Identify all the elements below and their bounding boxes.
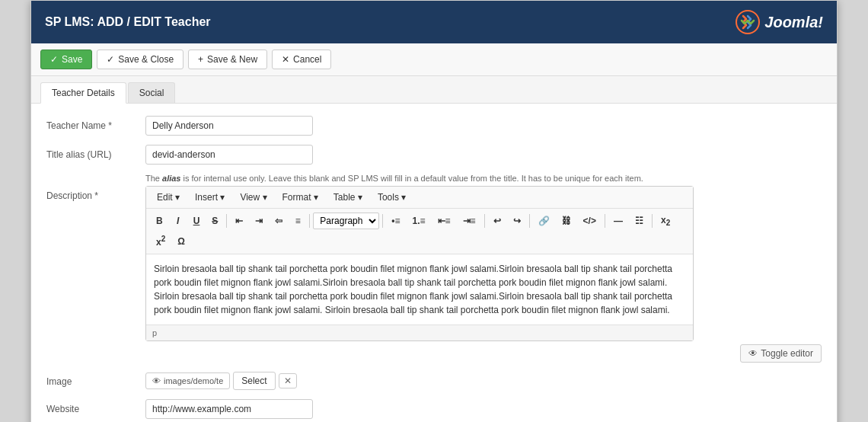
code-button[interactable]: </> — [578, 213, 602, 229]
editor-menu-view[interactable]: View ▾ — [234, 190, 273, 205]
bold-button[interactable]: B — [151, 213, 168, 229]
title-alias-input[interactable] — [145, 145, 313, 165]
unordered-list-button[interactable]: •≡ — [386, 213, 405, 229]
joomla-icon — [736, 10, 760, 34]
table-button[interactable]: ☷ — [630, 213, 649, 229]
editor-container: Edit ▾ Insert ▾ View ▾ Format ▾ Table ▾ … — [145, 186, 694, 341]
toolbar: ✓ Save ✓ Save & Close + Save & New ✕ Can… — [31, 43, 837, 76]
image-select-button[interactable]: Select — [233, 372, 275, 390]
editor-text: Sirloin bresaola ball tip shank tail por… — [154, 264, 672, 315]
toggle-editor-label: Toggle editor — [761, 348, 813, 359]
toolbar-divider-4 — [484, 214, 485, 228]
link-button[interactable]: 🔗 — [533, 213, 555, 229]
toolbar-divider-6 — [605, 214, 605, 228]
subscript-button[interactable]: x2 — [656, 212, 675, 230]
outdent-button[interactable]: ⇤≡ — [432, 213, 456, 229]
title-alias-row: Title alias (URL) — [46, 145, 822, 165]
clear-icon: ✕ — [284, 376, 292, 386]
teacher-name-input[interactable] — [145, 116, 313, 136]
tab-teacher-details[interactable]: Teacher Details — [40, 82, 126, 104]
underline-button[interactable]: U — [188, 213, 206, 229]
website-row: Website — [46, 399, 822, 419]
superscript-button[interactable]: x2 — [151, 232, 171, 251]
editor-content[interactable]: Sirloin bresaola ball tip shank tail por… — [146, 254, 693, 324]
save-new-icon: + — [198, 54, 203, 65]
tab-teacher-details-label: Teacher Details — [52, 88, 115, 98]
editor-menubar: Edit ▾ Insert ▾ View ▾ Format ▾ Table ▾ … — [146, 187, 693, 209]
italic-button[interactable]: I — [170, 213, 187, 229]
joomla-brand-text: Joomla! — [764, 14, 823, 31]
editor-tag: p — [152, 328, 157, 337]
description-row: Description * Edit ▾ Insert ▾ View ▾ For… — [46, 186, 822, 363]
image-label: Image — [46, 372, 145, 387]
toolbar-divider-7 — [652, 214, 653, 228]
editor-footer: p — [146, 324, 693, 340]
save-close-icon: ✓ — [107, 54, 114, 65]
toolbar-divider-1 — [226, 214, 227, 228]
align-left-button[interactable]: ⇤ — [230, 213, 248, 229]
toolbar-divider-3 — [382, 214, 383, 228]
save-icon: ✓ — [50, 54, 58, 65]
main-window: SP LMS: ADD / EDIT Teacher Joomla! ✓ Sav… — [30, 0, 838, 422]
joomla-logo: Joomla! — [736, 10, 823, 34]
image-preview: 👁 images/demo/te — [145, 372, 230, 389]
cancel-label: Cancel — [293, 54, 321, 65]
align-right-button[interactable]: ⇦ — [270, 213, 288, 229]
save-new-label: Save & New — [207, 54, 257, 65]
redo-button[interactable]: ↪ — [508, 213, 526, 229]
eye-icon: 👁 — [748, 348, 758, 359]
alias-hint: The alias is for internal use only. Leav… — [145, 174, 822, 183]
tab-social-label: Social — [139, 88, 164, 98]
align-center-button[interactable]: ⇥ — [250, 213, 268, 229]
website-input[interactable] — [145, 399, 313, 419]
image-select-label: Select — [241, 376, 266, 386]
editor-toolbar: B I U S ⇤ ⇥ ⇦ ≡ Paragraph — [146, 209, 693, 254]
undo-button[interactable]: ↩ — [488, 213, 506, 229]
eye-small-icon: 👁 — [152, 376, 161, 385]
save-new-button[interactable]: + Save & New — [188, 50, 267, 69]
justify-button[interactable]: ≡ — [289, 213, 306, 229]
teacher-name-row: Teacher Name * — [46, 116, 822, 136]
save-close-label: Save & Close — [118, 54, 174, 65]
indent-button[interactable]: ⇥≡ — [458, 213, 481, 229]
toolbar-divider-5 — [529, 214, 530, 228]
special-char-button[interactable]: Ω — [172, 233, 190, 250]
image-controls: 👁 images/demo/te Select ✕ — [145, 372, 297, 390]
cancel-button[interactable]: ✕ Cancel — [272, 50, 331, 69]
cancel-icon: ✕ — [282, 54, 289, 65]
image-path: images/demo/te — [164, 376, 223, 385]
form-body: Teacher Name * Title alias (URL) The ali… — [31, 104, 837, 422]
strikethrough-button[interactable]: S — [206, 213, 223, 229]
editor-menu-format[interactable]: Format ▾ — [276, 190, 324, 205]
image-clear-button[interactable]: ✕ — [279, 373, 297, 388]
save-button[interactable]: ✓ Save — [40, 50, 92, 69]
window-title: SP LMS: ADD / EDIT Teacher — [45, 15, 211, 29]
save-label: Save — [62, 54, 82, 65]
image-row: Image 👁 images/demo/te Select ✕ — [46, 372, 822, 390]
teacher-name-label: Teacher Name * — [46, 116, 145, 131]
tab-social[interactable]: Social — [128, 82, 176, 103]
tab-bar: Teacher Details Social — [31, 76, 837, 104]
hr-button[interactable]: — — [608, 213, 628, 229]
save-close-button[interactable]: ✓ Save & Close — [97, 50, 183, 69]
title-alias-label: Title alias (URL) — [46, 145, 145, 160]
unlink-button[interactable]: ⛓ — [557, 213, 576, 229]
ordered-list-button[interactable]: 1.≡ — [407, 213, 431, 229]
paragraph-select[interactable]: Paragraph — [313, 213, 379, 229]
editor-menu-edit[interactable]: Edit ▾ — [151, 190, 186, 205]
website-label: Website — [46, 399, 145, 414]
description-wrapper: Edit ▾ Insert ▾ View ▾ Format ▾ Table ▾ … — [145, 186, 822, 363]
editor-menu-insert[interactable]: Insert ▾ — [189, 190, 231, 205]
description-label: Description * — [46, 186, 145, 201]
editor-menu-tools[interactable]: Tools ▾ — [372, 190, 412, 205]
toggle-editor-button[interactable]: 👁 Toggle editor — [740, 344, 822, 363]
editor-menu-table[interactable]: Table ▾ — [327, 190, 369, 205]
title-bar: SP LMS: ADD / EDIT Teacher Joomla! — [31, 1, 837, 43]
toolbar-divider-2 — [309, 214, 310, 228]
content-area: Teacher Details Social Teacher Name * Ti… — [31, 76, 837, 422]
